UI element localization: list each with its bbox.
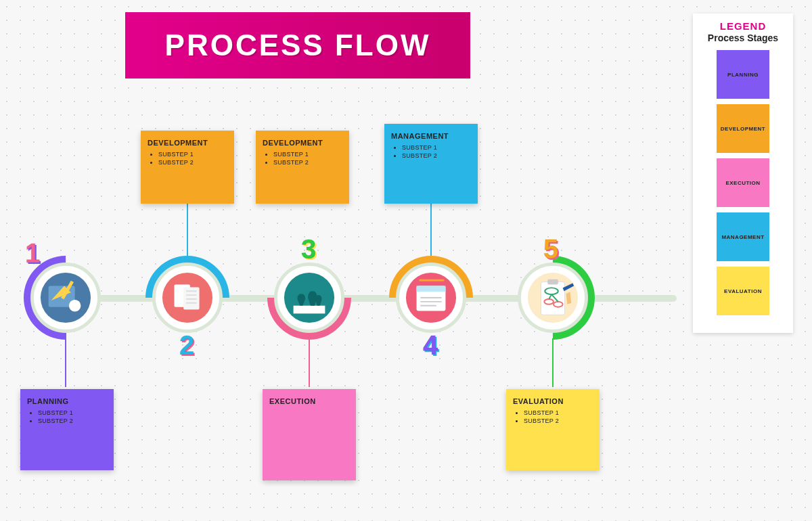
connector-3 (309, 338, 310, 387)
window-icon (399, 266, 463, 330)
card-evaluation[interactable]: EVALUATION SUBSTEP 1 SUBSTEP 2 (506, 389, 600, 470)
card-development-a[interactable]: DEVELOPMENT SUBSTEP 1 SUBSTEP 2 (141, 131, 234, 204)
card-title: DEVELOPMENT (148, 139, 227, 147)
card-list: SUBSTEP 1 SUBSTEP 2 (273, 151, 342, 166)
svg-rect-21 (541, 282, 564, 315)
node-ring (30, 263, 101, 333)
card-title: EXECUTION (269, 397, 349, 405)
stage-node-5[interactable]: 5 (518, 263, 588, 333)
stage-number: 4 (423, 330, 438, 361)
card-list: SUBSTEP 1 SUBSTEP 2 (38, 409, 107, 424)
substep: SUBSTEP 2 (402, 152, 471, 159)
stage-node-2[interactable]: 2 (152, 263, 223, 333)
docs-icon (156, 266, 219, 330)
chess-icon (277, 266, 341, 330)
connector-4 (430, 203, 432, 263)
card-execution[interactable]: EXECUTION (263, 389, 356, 480)
substep: SUBSTEP 2 (158, 159, 227, 166)
stage-node-1[interactable]: 1 (30, 263, 101, 333)
svg-rect-12 (294, 306, 325, 314)
node-ring (396, 263, 466, 333)
substep: SUBSTEP 1 (402, 144, 471, 151)
svg-rect-19 (419, 279, 444, 281)
stage-number: 2 (179, 330, 194, 361)
node-ring (152, 263, 223, 333)
card-list: SUBSTEP 1 SUBSTEP 2 (158, 151, 227, 166)
clipboard-icon (521, 266, 585, 330)
stage-number: 5 (543, 234, 558, 265)
substep: SUBSTEP 1 (273, 151, 342, 158)
card-title: DEVELOPMENT (263, 139, 342, 147)
substep: SUBSTEP 1 (524, 409, 593, 416)
card-management[interactable]: MANAGEMENT SUBSTEP 1 SUBSTEP 2 (384, 124, 478, 204)
substep: SUBSTEP 1 (158, 151, 227, 158)
card-list: SUBSTEP 1 SUBSTEP 2 (524, 409, 593, 424)
process-flow-diagram: PLANNING SUBSTEP 1 SUBSTEP 2 DEVELOPMENT… (0, 0, 812, 521)
plan-icon (34, 266, 97, 330)
node-ring (518, 263, 588, 333)
connector-2 (187, 203, 188, 263)
node-ring (274, 263, 344, 333)
stage-node-3[interactable]: 3 (274, 263, 344, 333)
stage-number: 1 (25, 238, 40, 269)
card-title: PLANNING (27, 397, 107, 405)
svg-rect-22 (547, 279, 558, 285)
card-title: EVALUATION (513, 397, 593, 405)
substep: SUBSTEP 2 (524, 417, 593, 424)
connector-5 (552, 338, 554, 387)
card-development-b[interactable]: DEVELOPMENT SUBSTEP 1 SUBSTEP 2 (256, 131, 349, 204)
substep: SUBSTEP 1 (38, 409, 107, 416)
svg-rect-15 (417, 286, 446, 292)
card-planning[interactable]: PLANNING SUBSTEP 1 SUBSTEP 2 (20, 389, 114, 470)
stage-node-4[interactable]: 4 (396, 263, 466, 333)
card-list: SUBSTEP 1 SUBSTEP 2 (402, 144, 471, 159)
connector-1 (65, 333, 66, 387)
stage-number: 3 (301, 234, 316, 265)
svg-point-2 (69, 300, 81, 312)
substep: SUBSTEP 2 (273, 159, 342, 166)
card-title: MANAGEMENT (391, 132, 471, 140)
substep: SUBSTEP 2 (38, 417, 107, 424)
